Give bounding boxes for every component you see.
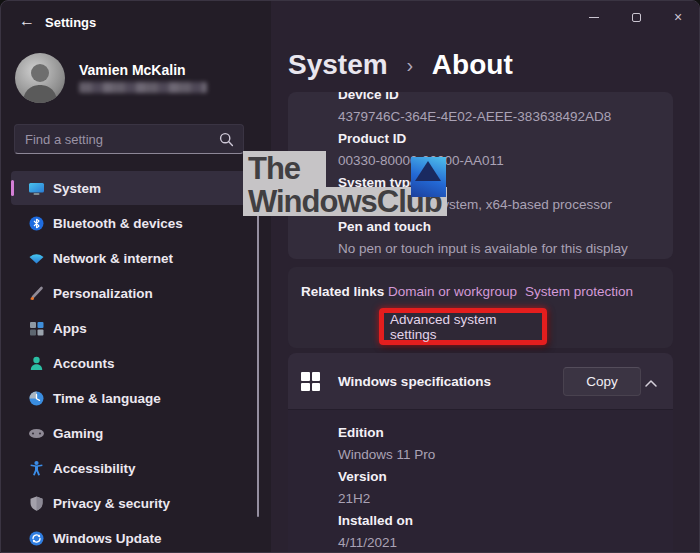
sidebar-item-label: Apps bbox=[53, 321, 87, 336]
profile-email-blurred bbox=[79, 82, 207, 93]
sidebar-item-label: System bbox=[53, 181, 101, 196]
field-value: Windows 11 Pro bbox=[338, 444, 673, 466]
windows-specifications-card: Windows specifications Copy Edition Wind… bbox=[288, 353, 673, 553]
sidebar-item-label: Gaming bbox=[53, 426, 103, 441]
sidebar-item-label: Time & language bbox=[53, 391, 161, 406]
related-links-label: Related links bbox=[301, 284, 384, 299]
accessibility-icon bbox=[28, 460, 45, 477]
maximize-button[interactable] bbox=[615, 1, 657, 33]
settings-window: ← Settings × Vamien McKalin System bbox=[0, 0, 700, 553]
windowsclub-logo-icon bbox=[411, 157, 446, 197]
advanced-system-settings-link[interactable]: Advanced system settings bbox=[390, 312, 542, 342]
sidebar-item-time-language[interactable]: Time & language bbox=[11, 381, 261, 415]
breadcrumb-separator-icon: › bbox=[406, 54, 413, 76]
sidebar-item-label: Windows Update bbox=[53, 531, 162, 546]
windows-logo-icon bbox=[301, 372, 320, 391]
field-label: Pen and touch bbox=[338, 216, 673, 238]
field-label: Edition bbox=[338, 422, 673, 444]
sidebar-item-label: Network & internet bbox=[53, 251, 173, 266]
watermark-text-line1: The bbox=[243, 151, 326, 187]
time-language-icon bbox=[28, 390, 45, 407]
profile-name: Vamien McKalin bbox=[79, 62, 186, 78]
gaming-icon bbox=[28, 425, 45, 442]
maximize-icon bbox=[632, 13, 641, 22]
search-input[interactable] bbox=[15, 125, 211, 153]
bluetooth-icon bbox=[28, 215, 45, 232]
system-icon bbox=[28, 180, 45, 197]
sidebar-item-label: Privacy & security bbox=[53, 496, 170, 511]
sidebar-item-accounts[interactable]: Accounts bbox=[11, 346, 261, 380]
copy-button-label: Copy bbox=[586, 374, 618, 389]
copy-button[interactable]: Copy bbox=[563, 367, 641, 396]
back-arrow-icon: ← bbox=[19, 12, 35, 30]
sidebar-item-apps[interactable]: Apps bbox=[11, 311, 261, 345]
domain-or-workgroup-link[interactable]: Domain or workgroup bbox=[388, 284, 517, 299]
minimize-button[interactable] bbox=[573, 1, 615, 33]
sidebar-item-gaming[interactable]: Gaming bbox=[11, 416, 261, 450]
windows-specifications-title: Windows specifications bbox=[338, 374, 491, 389]
field-label: Product ID bbox=[338, 128, 673, 150]
avatar bbox=[15, 53, 65, 103]
field-value: 4379746C-364E-4E02-AEEE-383638492AD8 bbox=[338, 106, 673, 128]
field-label: Installed on bbox=[338, 510, 673, 532]
sidebar-item-bluetooth-devices[interactable]: Bluetooth & devices bbox=[11, 206, 261, 240]
close-icon: × bbox=[674, 10, 682, 24]
sidebar-scrollbar[interactable] bbox=[257, 197, 259, 517]
field-label: Device ID bbox=[338, 92, 673, 106]
field-value: No pen or touch input is available for t… bbox=[338, 238, 673, 259]
window-controls: × bbox=[573, 1, 699, 33]
sidebar-item-label: Accounts bbox=[53, 356, 115, 371]
breadcrumb-parent[interactable]: System bbox=[288, 49, 388, 80]
field-value: 21H2 bbox=[338, 488, 673, 510]
field-label: Version bbox=[338, 466, 673, 488]
sidebar-nav: System Bluetooth & devices Network & int… bbox=[11, 171, 261, 553]
personalization-icon bbox=[28, 285, 45, 302]
search-icon[interactable] bbox=[219, 132, 234, 151]
sidebar-item-network-internet[interactable]: Network & internet bbox=[11, 241, 261, 275]
selection-accent-bar bbox=[11, 180, 14, 196]
sidebar-item-label: Accessibility bbox=[53, 461, 136, 476]
field-value: 4/11/2021 bbox=[338, 532, 673, 553]
privacy-security-icon bbox=[28, 495, 45, 512]
windows-specifications-body: Edition Windows 11 Pro Version 21H2 Inst… bbox=[288, 410, 673, 553]
annotation-highlight-box: Advanced system settings bbox=[379, 308, 547, 345]
sidebar-item-label: Personalization bbox=[53, 286, 153, 301]
titlebar: ← Settings × bbox=[1, 1, 699, 41]
chevron-up-icon[interactable] bbox=[644, 374, 658, 392]
network-icon bbox=[28, 250, 45, 267]
close-button[interactable]: × bbox=[657, 1, 699, 33]
breadcrumb: System › About bbox=[288, 49, 513, 81]
related-links-card: Related links Domain or workgroup System… bbox=[288, 267, 673, 348]
minimize-icon bbox=[589, 17, 599, 18]
sidebar-item-accessibility[interactable]: Accessibility bbox=[11, 451, 261, 485]
app-title: Settings bbox=[45, 15, 96, 30]
windows-specifications-header[interactable]: Windows specifications Copy bbox=[288, 353, 673, 410]
sidebar-item-system[interactable]: System bbox=[11, 171, 261, 205]
page-title: About bbox=[432, 49, 513, 80]
windows-update-icon bbox=[28, 530, 45, 547]
accounts-icon bbox=[28, 355, 45, 372]
back-button[interactable]: ← bbox=[13, 8, 41, 34]
system-protection-link[interactable]: System protection bbox=[525, 284, 633, 299]
sidebar-item-windows-update[interactable]: Windows Update bbox=[11, 521, 261, 553]
sidebar-item-personalization[interactable]: Personalization bbox=[11, 276, 261, 310]
apps-icon bbox=[28, 320, 45, 337]
sidebar-item-privacy-security[interactable]: Privacy & security bbox=[11, 486, 261, 520]
search-box bbox=[14, 124, 244, 154]
sidebar-item-label: Bluetooth & devices bbox=[53, 216, 183, 231]
